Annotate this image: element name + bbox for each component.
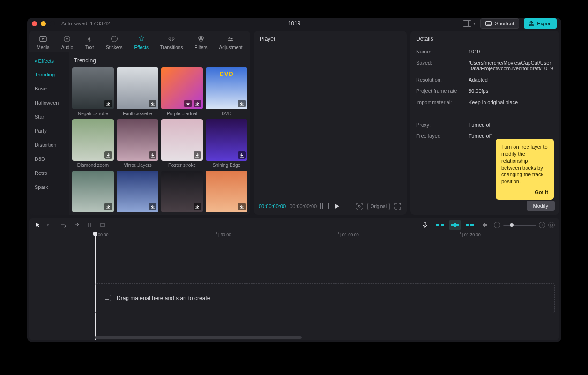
original-ratio-button[interactable]: Original xyxy=(367,203,390,210)
download-icon[interactable] xyxy=(149,151,156,159)
effect-item[interactable]: Diamond zoom xyxy=(72,119,114,168)
shortcut-button[interactable]: Shortcut xyxy=(480,18,519,29)
stickers-icon xyxy=(110,35,119,43)
effect-item[interactable]: Fault cassette xyxy=(117,68,158,116)
download-icon[interactable] xyxy=(238,151,246,159)
track-mode-1-icon[interactable] xyxy=(434,220,446,230)
keyboard-icon xyxy=(485,21,492,26)
detail-saved-value: /Users/merche/Movies/CapCut/User Data/Pr… xyxy=(469,60,554,71)
focus-icon[interactable] xyxy=(355,202,364,210)
tooltip-text: Turn on free layer to modify the relatio… xyxy=(501,144,548,184)
effect-item[interactable]: DVD xyxy=(206,68,247,116)
effect-item[interactable]: Mirror...layers xyxy=(117,119,158,168)
magnet-icon[interactable] xyxy=(481,221,489,229)
modify-button[interactable]: Modify xyxy=(527,201,555,211)
fullscreen-icon[interactable] xyxy=(394,202,402,210)
effect-item[interactable] xyxy=(206,171,247,212)
category-party[interactable]: Party xyxy=(29,124,69,138)
download-icon[interactable] xyxy=(104,100,112,107)
zoom-fit-icon[interactable]: ⊡ xyxy=(548,222,555,228)
effect-item[interactable]: Negati...strobe xyxy=(72,68,114,116)
category-d3d[interactable]: D3D xyxy=(29,152,69,166)
autosave-status: Auto saved: 17:33:42 xyxy=(61,21,110,26)
tab-text[interactable]: Text xyxy=(84,34,95,51)
track-mode-2-icon[interactable] xyxy=(449,220,461,230)
effect-item[interactable]: Poster stroke xyxy=(161,119,203,168)
download-icon[interactable] xyxy=(194,100,201,107)
category-trending[interactable]: Trending xyxy=(29,68,69,82)
category-section-effects[interactable]: Effects xyxy=(29,54,69,68)
tab-stickers[interactable]: Stickers xyxy=(105,34,124,51)
player-stage[interactable] xyxy=(254,47,407,198)
download-icon[interactable] xyxy=(149,203,156,210)
tab-effects[interactable]: Effects xyxy=(134,34,149,51)
effect-item[interactable] xyxy=(161,171,203,212)
detail-proxy-value: Turned off xyxy=(469,122,554,128)
layout-button[interactable]: ▾ xyxy=(463,20,476,27)
split-icon[interactable] xyxy=(85,221,94,229)
maximize-window-icon[interactable] xyxy=(50,21,55,26)
download-icon[interactable] xyxy=(149,100,156,107)
tooltip-got-it-button[interactable]: Got it xyxy=(501,189,548,196)
tab-media[interactable]: Media xyxy=(36,34,50,51)
favorite-icon[interactable]: ★ xyxy=(184,100,192,107)
cursor-tool-icon[interactable] xyxy=(34,221,42,229)
download-icon[interactable] xyxy=(238,203,246,210)
detail-fps-value: 30.00fps xyxy=(469,88,554,94)
mic-icon[interactable] xyxy=(421,221,429,229)
redo-icon[interactable] xyxy=(72,221,81,229)
category-retro[interactable]: Retro xyxy=(29,166,69,180)
category-star[interactable]: Star xyxy=(29,110,69,124)
svg-point-12 xyxy=(358,205,360,207)
minimize-window-icon[interactable] xyxy=(41,21,46,26)
zoom-slider[interactable] xyxy=(503,225,536,226)
svg-rect-17 xyxy=(451,224,454,226)
tab-adjustment[interactable]: Adjustment xyxy=(218,34,243,51)
layout-icon xyxy=(463,20,471,27)
timeline: 00:00 | 30:00 | 01:00:00 | 01:30:00 Drag… xyxy=(29,232,559,340)
zoom-control: − + ⊡ xyxy=(494,222,555,228)
timeline-scrollbar[interactable] xyxy=(95,336,555,339)
timeline-main[interactable]: 00:00 | 30:00 | 01:00:00 | 01:30:00 Drag… xyxy=(95,232,559,340)
effect-label: Poster stroke xyxy=(161,163,203,168)
effect-item[interactable]: ★Purple...radual xyxy=(161,68,203,116)
effect-item[interactable] xyxy=(117,171,158,212)
detail-name-label: Name: xyxy=(416,49,469,54)
undo-icon[interactable] xyxy=(59,221,67,229)
zoom-in-icon[interactable]: + xyxy=(539,222,545,228)
download-icon[interactable] xyxy=(104,151,112,159)
player-menu-icon[interactable] xyxy=(394,37,401,41)
download-icon[interactable] xyxy=(194,203,201,210)
tab-filters[interactable]: Filters xyxy=(194,34,208,51)
step-fwd-icon[interactable] xyxy=(327,203,329,209)
tool-chevron-icon[interactable]: ▾ xyxy=(47,223,49,227)
play-button[interactable] xyxy=(333,202,341,210)
timeline-drop-zone[interactable]: Drag material here and start to create xyxy=(95,283,555,313)
close-window-icon[interactable] xyxy=(32,21,37,26)
svg-rect-14 xyxy=(424,222,426,225)
category-basic[interactable]: Basic xyxy=(29,82,69,96)
detail-proxy-label: Proxy: xyxy=(416,122,469,128)
export-button[interactable]: Export xyxy=(524,18,557,29)
step-back-icon[interactable] xyxy=(320,203,323,209)
media-icon xyxy=(38,35,48,43)
category-spark[interactable]: Spark xyxy=(29,180,69,194)
effect-thumb xyxy=(117,68,158,109)
download-icon[interactable] xyxy=(194,151,201,159)
effect-item[interactable]: Shining Edge xyxy=(206,119,247,168)
document-title: 1019 xyxy=(288,20,301,27)
shortcut-label: Shortcut xyxy=(495,21,514,26)
tab-audio[interactable]: Audio xyxy=(60,34,74,51)
timecode-current: 00:00:00:00 xyxy=(259,203,286,209)
free-layer-tooltip: Turn on free layer to modify the relatio… xyxy=(496,139,554,200)
zoom-out-icon[interactable]: − xyxy=(494,222,500,228)
category-halloween[interactable]: Halloween xyxy=(29,96,69,110)
download-icon[interactable] xyxy=(238,100,246,107)
category-distortion[interactable]: Distortion xyxy=(29,138,69,152)
crop-icon[interactable] xyxy=(98,221,107,229)
tab-transitions[interactable]: Transitions xyxy=(159,34,184,51)
track-mode-3-icon[interactable] xyxy=(464,220,476,230)
effect-item[interactable] xyxy=(72,171,114,212)
timeline-ruler[interactable]: 00:00 | 30:00 | 01:00:00 | 01:30:00 xyxy=(95,232,559,240)
download-icon[interactable] xyxy=(104,203,112,210)
